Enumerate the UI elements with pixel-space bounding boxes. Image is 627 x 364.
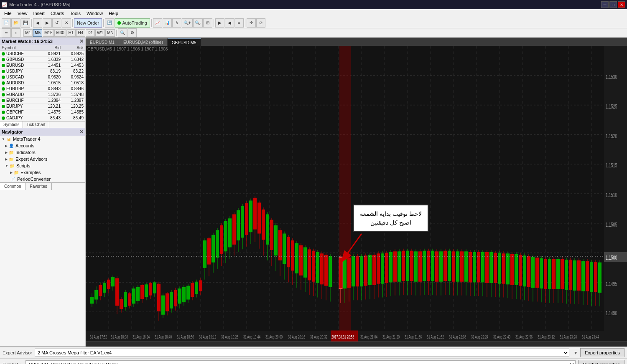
forward-btn[interactable]: ▶ [43, 18, 52, 28]
timeframe-toolbar: ━ ↕ M1 M5 M15 M30 H1 H4 D1 W1 MN 🔍 ⚙ [0, 28, 627, 38]
nav-period-converter[interactable]: 📄 PeriodConverter [0, 176, 85, 182]
close-button[interactable]: ✕ [618, 1, 625, 8]
symbol-properties-btn[interactable]: Symbol properties [578, 360, 624, 364]
tf-d1[interactable]: D1 [86, 29, 95, 37]
svg-rect-106 [241, 206, 244, 238]
properties-btn[interactable]: ⊞ [203, 18, 212, 28]
list-item[interactable]: EURAUD 1.3736 1.3748 [0, 92, 85, 98]
svg-rect-226 [498, 253, 501, 284]
refresh-btn[interactable]: 🔄 [105, 18, 114, 28]
stop-btn[interactable]: ✕ [62, 18, 71, 28]
col-ask: Ask [61, 46, 84, 50]
symbol-dropdown[interactable]: GBPUSD, Great Britain Pound vs US Dollar [25, 360, 576, 364]
zoom-out-btn[interactable]: 🔍- [193, 18, 203, 28]
tf-w1[interactable]: W1 [95, 29, 105, 37]
minimize-button[interactable]: ─ [601, 1, 609, 8]
expert-advisor-dropdown[interactable]: 2 MA Crosses Mega filter EA V1.ex4 [35, 349, 569, 357]
search-icon[interactable]: 🔍 [118, 28, 127, 38]
list-item[interactable]: CADJPY 86.43 86.49 [0, 115, 85, 121]
svg-rect-256 [561, 259, 564, 289]
bar-chart-btn[interactable]: 📊 [163, 18, 172, 28]
menu-help[interactable]: Help [106, 9, 121, 18]
symbol-bid: 120.21 [38, 104, 61, 109]
tab-favorites[interactable]: Favorites [26, 183, 52, 190]
chart-scrollbar[interactable] [86, 341, 627, 346]
nav-metatrader-root[interactable]: ▼ 🖥 MetaTrader 4 [0, 136, 85, 142]
menu-insert[interactable]: Insert [31, 9, 47, 18]
nav-accounts[interactable]: ▶ 👤 Accounts [0, 142, 85, 149]
nav-scripts[interactable]: ▼ 📁 Scripts [0, 162, 85, 169]
restore-button[interactable]: □ [609, 1, 617, 8]
svg-text:31 Aug 17:52: 31 Aug 17:52 [90, 334, 107, 340]
new-btn[interactable]: 📄 [2, 18, 11, 28]
nav-expert-advisors[interactable]: ▶ 📁 Expert Advisors [0, 156, 85, 162]
nav-indicators[interactable]: ▶ 📁 Indicators [0, 149, 85, 156]
svg-text:31 Aug 20:32: 31 Aug 20:32 [310, 334, 327, 340]
reload-btn[interactable]: ↺ [52, 18, 61, 28]
svg-text:31 Aug 22:40: 31 Aug 22:40 [493, 334, 510, 340]
chart-canvas[interactable]: GBPUSD,M5 1.1907 1.1908 1.1907 1.1908 [86, 46, 627, 341]
list-item[interactable]: AUDUSD 1.0515 1.0518 [0, 80, 85, 86]
list-item[interactable]: USDJPY 83.19 83.22 [0, 68, 85, 74]
tab-eurusd-m1[interactable]: EURUSD,M1 [86, 38, 119, 46]
svg-text:1.1515: 1.1515 [606, 162, 617, 169]
menu-file[interactable]: File [2, 9, 14, 18]
nav-examples[interactable]: ▶ 📁 Examples [0, 169, 85, 176]
menu-tools[interactable]: Tools [67, 9, 83, 18]
list-item[interactable]: USDCAD 0.9620 0.9624 [0, 74, 85, 80]
tab-tick-chart[interactable]: Tick Chart [23, 121, 49, 128]
settings-icon[interactable]: ⚙ [127, 28, 137, 38]
new-order-button[interactable]: New Order [74, 18, 102, 28]
tf-h1[interactable]: H1 [66, 29, 76, 37]
cursor-btn[interactable]: ↕ [11, 28, 20, 38]
save-btn[interactable]: 💾 [21, 18, 30, 28]
candle-chart-btn[interactable]: 🕯 [172, 18, 181, 28]
zoom-in-btn[interactable]: 🔍+ [182, 18, 193, 28]
menu-view[interactable]: View [15, 9, 30, 18]
menu-window[interactable]: Window [84, 9, 105, 18]
svg-rect-170 [381, 253, 384, 283]
expert-btn[interactable]: ▶ [215, 18, 224, 28]
list-item[interactable]: EURUSD 1.4451 1.4453 [0, 63, 85, 68]
title-bar-controls[interactable]: ─ □ ✕ [601, 1, 625, 8]
svg-rect-174 [389, 252, 393, 282]
svg-text:1.1510: 1.1510 [606, 192, 617, 199]
symbol-properties-button[interactable]: Symbol properties [578, 360, 624, 364]
tf-h4[interactable]: H4 [76, 29, 85, 37]
indicators-btn[interactable]: ◀ [225, 18, 234, 28]
accounts-icon: 👤 [8, 143, 14, 149]
expert-properties-button[interactable]: Expert properties [580, 348, 624, 357]
crosshair-btn[interactable]: ✛ [247, 18, 256, 28]
menu-charts[interactable]: Charts [48, 9, 66, 18]
tab-eurusd-m2[interactable]: EURUSD,M2 (offline) [119, 38, 168, 46]
tab-symbols[interactable]: Symbols [0, 121, 23, 128]
navigator-close[interactable]: ✕ [79, 129, 84, 135]
list-item[interactable]: GBPUSD 1.6339 1.6342 [0, 57, 85, 63]
svg-rect-142 [316, 252, 319, 283]
app-icon: 📈 [2, 2, 8, 8]
expert-properties-btn[interactable]: Expert properties [580, 348, 624, 357]
tf-m5[interactable]: M5 [33, 29, 42, 37]
auto-trading-button[interactable]: AutoTrading [115, 18, 150, 28]
list-item[interactable]: EURCHF 1.2894 1.2897 [0, 98, 85, 104]
tab-gbpusd-m5[interactable]: GBPUSD,M5 [168, 38, 201, 46]
svg-rect-126 [283, 233, 286, 263]
list-item[interactable]: GBPCHF 1.4575 1.4585 [0, 109, 85, 115]
line-chart-btn[interactable]: 📈 [153, 18, 162, 28]
ea-folder-icon: 📁 [8, 156, 14, 162]
back-btn[interactable]: ◀ [33, 18, 42, 28]
market-watch-close[interactable]: ✕ [79, 38, 84, 44]
tf-mn[interactable]: MN [105, 29, 115, 37]
templates-btn[interactable]: ≡ [234, 18, 244, 28]
period-sep-btn[interactable]: ⊘ [256, 18, 265, 28]
tf-m15[interactable]: M15 [43, 29, 54, 37]
line-tool-btn[interactable]: ━ [2, 28, 11, 38]
tab-common[interactable]: Common [0, 183, 26, 190]
tf-m30[interactable]: M30 [54, 29, 66, 37]
svg-rect-132 [295, 243, 298, 273]
list-item[interactable]: EURGBP 0.8843 0.8846 [0, 86, 85, 92]
tf-m1[interactable]: M1 [23, 29, 33, 37]
list-item[interactable]: EURJPY 120.21 120.25 [0, 104, 85, 109]
open-btn[interactable]: 📂 [11, 18, 20, 28]
list-item[interactable]: USDCHF 0.8921 0.8925 [0, 51, 85, 57]
